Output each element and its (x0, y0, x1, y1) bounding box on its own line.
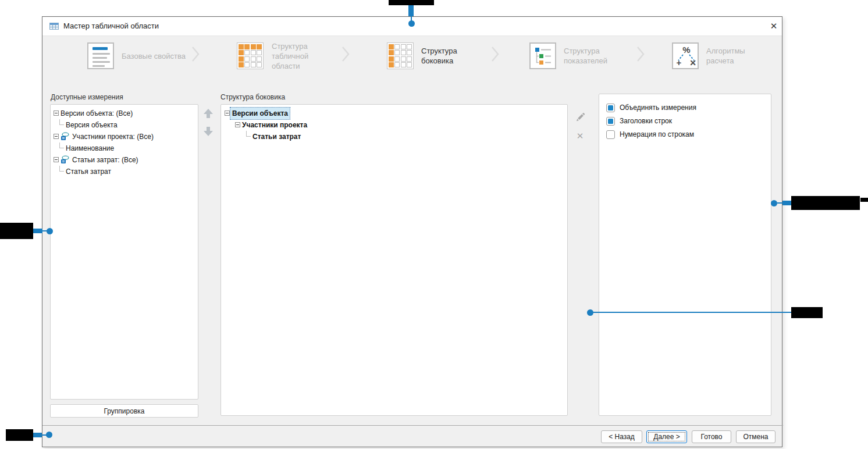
step-indicators-structure[interactable] (529, 42, 556, 69)
back-button[interactable]: < Назад (601, 430, 642, 443)
sidebar-structure-tree: Версии объекта Участники проекта Статьи … (220, 104, 568, 416)
checkbox-label[interactable]: Объединять измерения (620, 102, 696, 113)
annotation-redacted-label-right-upper (791, 196, 860, 210)
annotation-redacted-label-right-lower (791, 307, 823, 318)
document-properties-icon (87, 42, 114, 69)
move-down-icon[interactable] (204, 127, 213, 137)
collapse-expander-icon[interactable] (225, 111, 230, 116)
annotation-redacted-label-left (0, 223, 33, 239)
svg-text:+: + (677, 58, 682, 67)
chevron-right-icon (490, 45, 500, 63)
tree-item-cost-item-child[interactable]: Статья затрат (51, 166, 198, 177)
step-label-sidebar-structure[interactable]: Структура боковика (421, 42, 485, 69)
option-row-headers[interactable]: Заголовки строк (599, 116, 771, 127)
tree-item-version-child[interactable]: Версия объекта (51, 119, 198, 131)
sidebar-structure-header: Структура боковика (220, 93, 285, 101)
annotation-connector-line (593, 312, 791, 313)
tree-item-label[interactable]: Наименование (66, 142, 114, 154)
option-row-numbering[interactable]: Нумерация по строкам (599, 129, 771, 141)
step-label-table-area-structure[interactable]: Структура табличной области (272, 42, 336, 69)
tree-item-label[interactable]: Участники проекта (242, 119, 307, 131)
finish-button[interactable]: Готово (692, 430, 731, 443)
step-table-area-structure[interactable] (237, 42, 264, 69)
tree-item-participants-parent[interactable]: Участники проекта: (Все) (51, 131, 198, 142)
tree-item-label[interactable]: Версия объекта (66, 119, 118, 131)
svg-text:✕: ✕ (689, 58, 696, 67)
collapse-expander-icon[interactable] (54, 157, 59, 162)
wizard-dialog: Мастер табличной области ✕ Базовые свойс… (42, 16, 782, 447)
chevron-right-icon (636, 45, 645, 63)
window-title: Мастер табличной области (63, 22, 159, 30)
option-merge-dimensions[interactable]: Объединять измерения (599, 102, 771, 114)
tree-item-name-child[interactable]: Наименование (51, 142, 198, 154)
footer-divider (42, 425, 783, 426)
tree-item-label[interactable]: Участники проекта: (Все) (72, 131, 154, 142)
annotation-connector-thick (782, 201, 791, 205)
cancel-button[interactable]: Отмена (736, 430, 775, 443)
checkbox-row-headers[interactable] (606, 117, 615, 126)
checkbox-label[interactable]: Заголовки строк (620, 116, 672, 127)
table-grid-icon (49, 22, 59, 31)
tree-item-label[interactable]: Статьи затрат (252, 131, 301, 142)
wizard-step-strip: Базовые свойства Структура табличной обл… (42, 35, 782, 85)
collapse-expander-icon[interactable] (54, 134, 59, 139)
table-side-column-icon (387, 42, 414, 69)
tree-item-label[interactable]: Версии объекта: (Все) (61, 108, 133, 119)
tree-connector-line (59, 119, 64, 125)
annotation-dot (408, 20, 415, 27)
linked-dimension-icon (61, 132, 69, 141)
collapse-expander-icon[interactable] (54, 111, 59, 116)
percent-plus-multiply-icon: % + ✕ (672, 42, 699, 69)
tree-item-participants-node[interactable]: Участники проекта (221, 119, 567, 131)
available-dimensions-list: Версии объекта: (Все) Версия объекта Уча… (50, 104, 198, 400)
collapse-expander-icon[interactable] (235, 122, 240, 127)
tree-item-cost-items-node[interactable]: Статьи затрат (221, 131, 567, 142)
tree-item-label[interactable]: Статья затрат (66, 166, 111, 177)
screenshot-canvas: Мастер табличной области ✕ Базовые свойс… (0, 0, 868, 449)
annotation-dot (771, 200, 777, 206)
step-basic-properties[interactable] (87, 42, 114, 69)
annotation-connector-thick (33, 433, 42, 437)
tree-item-versions-node[interactable]: Версии объекта (221, 108, 567, 119)
step-calculation-algorithms[interactable]: % + ✕ (672, 42, 699, 69)
step-label-indicators-structure[interactable]: Структура показателей (564, 42, 628, 69)
available-dimensions-header: Доступные измерения (51, 93, 123, 101)
step-label-calculation-algorithms[interactable]: Алгоритмы расчета (706, 42, 770, 69)
delete-x-icon[interactable]: ✕ (575, 131, 585, 141)
tree-item-cost-items-parent[interactable]: Статьи затрат: (Все) (51, 154, 198, 166)
linked-dimension-icon (61, 155, 69, 164)
svg-text:%: % (682, 45, 690, 55)
annotation-redacted-label-top (389, 0, 434, 5)
annotation-connector-thick (33, 229, 42, 233)
grouping-button[interactable]: Группировка (50, 404, 198, 418)
row-options-panel: Объединять измерения Заголовки строк Нум… (599, 94, 771, 416)
annotation-dot (46, 432, 52, 438)
annotation-dot (47, 228, 53, 234)
edit-pencil-icon[interactable] (575, 112, 585, 123)
selected-tree-item-label[interactable]: Версии объекта (230, 108, 290, 119)
checkbox-row-numbering[interactable] (606, 130, 615, 139)
tree-connector-line (59, 166, 64, 172)
annotation-redacted-label-bottom (6, 429, 33, 441)
move-up-icon[interactable] (204, 109, 213, 119)
tree-item-versions-parent[interactable]: Версии объекта: (Все) (51, 108, 198, 119)
chevron-right-icon (191, 45, 200, 63)
tree-item-label[interactable]: Статьи затрат: (Все) (72, 154, 138, 166)
step-label-basic-properties[interactable]: Базовые свойства (122, 42, 186, 69)
tree-connector-line (59, 142, 64, 148)
tree-connector-line (246, 131, 251, 137)
close-icon[interactable]: ✕ (766, 19, 781, 33)
step-sidebar-structure[interactable] (387, 42, 414, 69)
annotation-redacted-dash (860, 198, 868, 202)
hierarchy-list-icon (529, 42, 556, 69)
next-button[interactable]: Далее > (646, 430, 687, 443)
chevron-right-icon (341, 45, 350, 63)
checkbox-label[interactable]: Нумерация по строкам (620, 129, 694, 140)
checkbox-merge-dimensions[interactable] (606, 104, 615, 112)
annotation-connector-thick (408, 5, 414, 16)
table-header-row-column-icon (237, 42, 264, 69)
